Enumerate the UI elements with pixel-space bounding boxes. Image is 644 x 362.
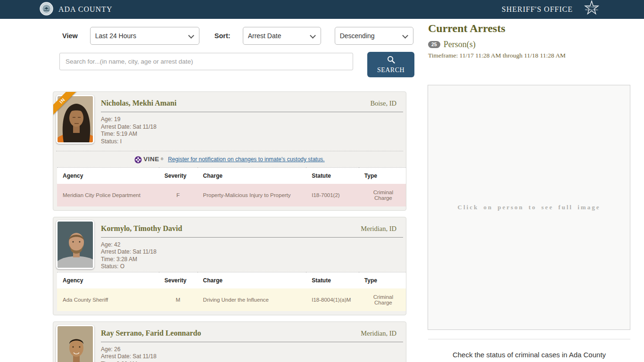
arrestee-city: Meridian, ID (361, 225, 396, 233)
image-preview-panel: Click on person to see full image (428, 85, 630, 330)
preview-placeholder-text: Click on person to see full image (458, 204, 601, 211)
sort-direction-select[interactable]: Descending (335, 27, 413, 45)
page-title: Current Arrests (428, 22, 505, 35)
mugshot-photo[interactable] (56, 325, 94, 362)
search-icon (387, 56, 395, 65)
sort-by-select[interactable]: Arrest Date (243, 27, 321, 45)
search-row: SEARCH (53, 53, 415, 77)
arrest-card-top: Ray Serrano, Farid Leonnardo Meridian, I… (56, 325, 403, 362)
person-count-badge: 25 (428, 41, 440, 48)
main-content: View Last 24 Hours Sort: Arrest Date Des… (0, 27, 415, 362)
county-seal-icon (40, 2, 53, 17)
arrest-age: Age: 42 (101, 241, 403, 249)
persons-label: Person(s) (444, 40, 476, 49)
view-label: View (62, 32, 78, 40)
charges-header-row: Agency Severity Charge Statute Type (57, 272, 406, 288)
arrest-status: Status: I (101, 138, 403, 146)
svg-text:Ada County: Ada County (586, 6, 597, 8)
arrest-details: Age: 42 Arrest Date: Sat 11/18 Time: 3:2… (101, 238, 403, 271)
charge-statute: I18-7001(2) (306, 184, 359, 206)
brand-title: ADA COUNTY (58, 5, 112, 14)
view-select-wrap: Last 24 Hours (78, 27, 199, 45)
arrest-time: Time: 3:28 AM (101, 256, 403, 263)
col-charge: Charge (198, 272, 306, 288)
arrestee-name: Kormylo, Timothy David (101, 224, 182, 233)
arrest-date: Arrest Date: Sat 11/18 (101, 248, 403, 256)
arrestee-name: Nicholas, Mekhi Amani (101, 99, 176, 107)
brand-group: ADA COUNTY (40, 2, 112, 17)
col-statute: Statute (306, 167, 359, 184)
col-type: Type (359, 272, 406, 288)
search-button-label: SEARCH (377, 66, 405, 74)
arrest-status: Status: O (101, 263, 403, 271)
arrest-age: Age: 26 (101, 346, 403, 354)
arrest-list: IN Nicholas, Mekhi Amani Boise, ID Age: … (53, 91, 415, 362)
search-input[interactable] (59, 53, 353, 70)
sidebar-divider (428, 339, 630, 339)
charge-agency: Ada County Sheriff (57, 288, 159, 311)
charge-agency: Meridian City Police Department (57, 184, 159, 206)
arrest-card-header: Kormylo, Timothy David Meridian, ID (101, 220, 403, 238)
filter-controls: View Last 24 Hours Sort: Arrest Date Des… (53, 27, 415, 45)
charge-row: Meridian City Police Department F Proper… (57, 184, 406, 206)
arrest-card-top: Nicholas, Mekhi Amani Boise, ID Age: 19 … (56, 95, 403, 147)
arrest-card[interactable]: Ray Serrano, Farid Leonnardo Meridian, I… (53, 321, 406, 362)
col-type: Type (359, 167, 406, 184)
mugshot-photo[interactable] (56, 220, 94, 269)
search-button[interactable]: SEARCH (367, 52, 414, 77)
navbar-right: SHERIFF'S OFFICE Ada County Sheriff's Of… (502, 0, 605, 18)
view-select[interactable]: Last 24 Hours (90, 27, 199, 45)
charges-table: Agency Severity Charge Statute Type Meri… (57, 167, 406, 206)
arrest-date: Arrest Date: Sat 11/18 (101, 353, 403, 361)
arrest-details: Age: 19 Arrest Date: Sat 11/18 Time: 5:1… (101, 112, 403, 145)
arrest-details: Age: 26 Arrest Date: Sat 11/18 Time: 2:2… (101, 342, 403, 362)
vine-registered-mark: ® (161, 157, 164, 161)
arrest-card-top: Kormylo, Timothy David Meridian, ID Age:… (56, 220, 403, 272)
svg-text:Sheriff's Office: Sheriff's Office (585, 8, 598, 11)
sheriff-star-icon: Ada County Sheriff's Office (578, 0, 605, 18)
col-statute: Statute (306, 272, 359, 288)
sheriffs-office-title: SHERIFF'S OFFICE (502, 5, 573, 14)
sort-by-select-wrap: Arrest Date (231, 27, 321, 45)
timeframe-text: Timeframe: 11/17 11:28 AM through 11/18 … (428, 52, 566, 59)
col-agency: Agency (57, 167, 159, 184)
sort-label: Sort: (215, 32, 231, 40)
arrest-time: Time: 5:19 AM (101, 131, 403, 138)
charge-row: Ada County Sheriff M Driving Under the I… (57, 288, 406, 311)
sort-direction-select-wrap: Descending (321, 27, 413, 45)
col-agency: Agency (57, 272, 159, 288)
charges-header-row: Agency Severity Charge Statute Type (57, 167, 406, 184)
arrest-card-header: Nicholas, Mekhi Amani Boise, ID (101, 95, 403, 112)
arrestee-city: Meridian, ID (361, 329, 396, 337)
col-charge: Charge (198, 167, 306, 184)
arrestee-name: Ray Serrano, Farid Leonnardo (101, 329, 201, 337)
arrestee-city: Boise, ID (370, 99, 396, 107)
charge-description: Driving Under the Influence (198, 288, 306, 311)
vine-row: VINE® Register for notification on chang… (56, 151, 403, 167)
vine-icon (134, 155, 142, 164)
arrest-card[interactable]: Kormylo, Timothy David Meridian, ID Age:… (53, 217, 406, 315)
arrest-card-header: Ray Serrano, Farid Leonnardo Meridian, I… (101, 325, 403, 342)
col-severity: Severity (159, 167, 198, 184)
col-severity: Severity (159, 272, 198, 288)
charge-severity: M (159, 288, 198, 311)
charge-description: Property-Malicious Injury to Property (198, 184, 306, 206)
charge-statute: I18-8004(1)(a)M (306, 288, 359, 311)
charge-severity: F (159, 184, 198, 206)
top-navbar: ADA COUNTY SHERIFF'S OFFICE Ada County S… (0, 0, 644, 19)
charge-type: Criminal Charge (359, 184, 406, 206)
person-count-row: 25 Person(s) (428, 40, 476, 49)
vine-badge: VINE® (134, 155, 163, 164)
charges-table: Agency Severity Charge Statute Type Ada … (57, 272, 406, 311)
arrest-age: Age: 19 (101, 116, 403, 123)
arrest-date: Arrest Date: Sat 11/18 (101, 123, 403, 131)
arrest-card[interactable]: IN Nicholas, Mekhi Amani Boise, ID Age: … (53, 91, 406, 211)
vine-wordmark: VINE (143, 156, 159, 163)
charge-type: Criminal Charge (359, 288, 406, 311)
case-status-link[interactable]: Check the status of criminal cases in Ad… (428, 351, 630, 359)
vine-register-link[interactable]: Register for notification on changes to … (168, 156, 324, 163)
